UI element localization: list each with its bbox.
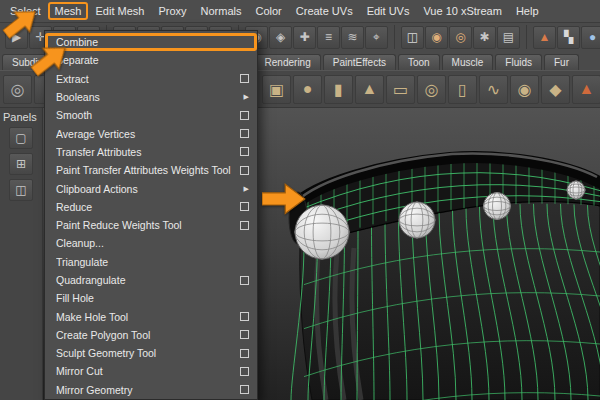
shelf-tab[interactable]: Rendering [255,54,321,70]
menubar-item[interactable]: Edit UVs [360,2,417,20]
option-box-icon[interactable] [240,147,249,156]
menu-item[interactable]: Fill Hole ▶ [45,289,257,307]
menu-item-label: Combine [56,36,246,48]
subdiv-sphere-icon[interactable]: ◎ [3,75,32,104]
quad-pane-icon[interactable]: ⊞ [9,153,33,175]
poly-plane-icon[interactable]: ▭ [386,75,415,104]
maya-window: Panels ▢⊞◫ SelectMeshEdit MeshProxyNorma… [0,0,600,400]
shelf-tab-label: Fur [554,57,569,68]
red-cone-icon[interactable]: ▲ [572,75,600,104]
menubar-item-label: Proxy [158,5,186,17]
menu-item-label: Fill Hole [56,292,249,304]
menubar-item-label: Edit Mesh [95,5,144,17]
menu-item[interactable]: Transfer Attributes ▶ [45,143,257,161]
option-box-icon[interactable] [240,129,249,138]
option-box-icon[interactable] [240,166,249,175]
menu-item-label: Mirror Geometry [56,384,234,396]
render-settings-icon[interactable]: ✱ [473,26,496,49]
menu-item[interactable]: Reduce ▶ [45,198,257,216]
panel-toolbar: Panels ▢⊞◫ [0,106,43,400]
single-pane-icon[interactable]: ▢ [9,127,33,149]
menu-item-label: Quadrangulate [56,274,234,286]
status-group-misc: ▲▚●○◐ [531,25,600,49]
menubar-item[interactable]: Edit Mesh [88,2,151,20]
ipr-render-icon[interactable]: ◎ [449,26,472,49]
menu-item[interactable]: Mirror Geometry ▶ [45,381,257,399]
plus-icon[interactable]: ✚ [293,26,316,49]
poly-cone-icon[interactable]: ▲ [355,75,384,104]
menu-item-label: Booleans [56,91,238,103]
ball-icon[interactable]: ● [581,26,600,49]
menubar-item[interactable]: Create UVs [289,2,360,20]
option-box-icon[interactable] [240,221,249,230]
menu-item-label: Reduce [56,201,234,213]
target-icon[interactable]: ⌖ [365,26,388,49]
menu-item[interactable]: Paint Reduce Weights Tool ▶ [45,216,257,234]
option-box-icon[interactable] [240,111,249,120]
menubar-item-label: Color [255,5,281,17]
submenu-arrow-icon: ▶ [244,93,249,101]
film-icon[interactable]: ▤ [497,26,520,49]
poly-soccer-icon[interactable]: ◉ [510,75,539,104]
cone-icon[interactable]: ▲ [533,26,556,49]
shelf-tab[interactable]: Muscle [442,54,494,70]
option-box-icon[interactable] [240,202,249,211]
shelf-tab[interactable]: Toon [398,54,440,70]
status-group-history: ◉◈✚≡≋⌖ [243,25,395,49]
menubar-item[interactable]: Vue 10 xStream [416,2,508,20]
menubar-item-label: Mesh [55,5,82,17]
menu-item[interactable]: Make Hole Tool ▶ [45,307,257,325]
menu-item[interactable]: Create Polygon Tool ▶ [45,326,257,344]
menu-item[interactable]: Cleanup... ▶ [45,234,257,252]
menu-item[interactable]: Separate ▶ [45,51,257,69]
menu-item[interactable]: Average Vertices ▶ [45,124,257,142]
poly-helix-icon[interactable]: ∿ [479,75,508,104]
menu-item[interactable]: Sculpt Geometry Tool ▶ [45,344,257,362]
menu-item[interactable]: Mirror Cut ▶ [45,362,257,380]
menubar-item[interactable]: Proxy [151,2,193,20]
poly-torus-icon[interactable]: ◎ [417,75,446,104]
poly-cube-icon[interactable]: ▣ [262,75,291,104]
shelf-tab[interactable]: PaintEffects [323,54,396,70]
layout-buttons: ▢⊞◫ [0,127,42,201]
clapper-icon[interactable]: ◫ [401,26,424,49]
menu-item-label: Separate [56,54,249,66]
poly-cylinder-icon[interactable]: ▮ [324,75,353,104]
menu-item-label: Make Hole Tool [56,311,234,323]
split-pane-icon[interactable]: ◫ [9,179,33,201]
menubar-item[interactable]: Mesh [48,2,89,20]
menubar-item-label: Normals [201,5,242,17]
history-icon[interactable]: ≋ [341,26,364,49]
shelf-tab[interactable]: Fur [544,54,579,70]
shelf-tab-label: Rendering [265,57,311,68]
shelf-tab[interactable]: Fluids [495,54,542,70]
menubar-item[interactable]: Normals [194,2,249,20]
menu-item[interactable]: Paint Transfer Attributes Weights Tool ▶ [45,161,257,179]
checker-icon[interactable]: ▚ [557,26,580,49]
render-icon[interactable]: ◉ [425,26,448,49]
menubar-item[interactable]: Help [509,2,546,20]
mesh-menu-dropdown: Combine ▶ Separate ▶ Extract ▶ Booleans … [44,30,258,400]
option-box-icon[interactable] [240,330,249,339]
list-icon[interactable]: ≡ [317,26,340,49]
option-box-icon[interactable] [240,312,249,321]
option-box-icon[interactable] [240,385,249,394]
poly-sphere-icon[interactable]: ● [293,75,322,104]
menu-item[interactable]: Booleans ▶ [45,88,257,106]
option-box-icon[interactable] [240,349,249,358]
menu-item[interactable]: Extract ▶ [45,70,257,88]
option-box-icon[interactable] [240,74,249,83]
menubar-item[interactable]: Color [248,2,288,20]
menu-item-label: Triangulate [56,256,249,268]
menu-item[interactable]: Combine ▶ [45,33,257,51]
option-box-icon[interactable] [240,276,249,285]
poly-pipe-icon[interactable]: ▯ [448,75,477,104]
panels-menu[interactable]: Panels [0,106,42,127]
menu-item[interactable]: Quadrangulate ▶ [45,271,257,289]
menu-item[interactable]: Triangulate ▶ [45,253,257,271]
option-box-icon[interactable] [240,367,249,376]
menu-item[interactable]: Clipboard Actions ▶ [45,179,257,197]
poly-platonic-icon[interactable]: ◆ [541,75,570,104]
menu-item[interactable]: Smooth ▶ [45,106,257,124]
diamond-icon[interactable]: ◈ [269,26,292,49]
